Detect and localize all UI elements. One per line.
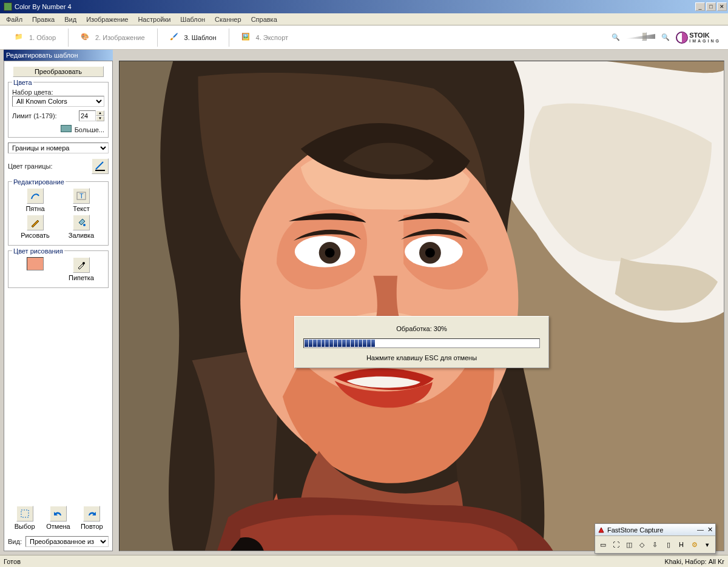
capture-fullscreen-icon[interactable]: ⛶ [611,540,621,549]
text-button[interactable]: T [73,188,90,204]
menu-help[interactable]: Справка [248,15,281,24]
progress-label: Обработка: 30% [396,325,447,332]
draw-color-group: Цвет рисования Пипетка [8,250,109,288]
tab-label: 3. Шаблон [184,34,217,41]
pipette-label: Пипетка [69,274,94,281]
redo-label: Повтор [81,523,103,530]
menu-view[interactable]: Вид [61,15,80,24]
step-tabs: 📁 1. Обзор 🎨 2. Изображение 🖌️ 3. Шаблон… [0,25,728,50]
fill-button[interactable] [73,215,90,230]
undo-button[interactable] [50,506,67,522]
tab-label: 2. Изображение [95,34,145,41]
capture-dropdown-icon[interactable]: ▾ [703,540,712,549]
capture-fixed-icon[interactable]: ▯ [664,540,673,549]
menu-settings[interactable]: Настройки [134,15,174,24]
border-color-button[interactable] [92,158,109,174]
limit-label: Лимит (1-179): [12,112,57,119]
status-right: Khaki, Набор: All Kr [664,558,724,565]
spin-down-icon[interactable]: ▼ [96,116,104,121]
draw-color-legend: Цвет рисования [12,247,64,255]
draw-button[interactable] [27,215,44,230]
spots-button[interactable] [27,188,44,204]
view-select[interactable]: Преобразованное из [25,536,109,547]
progress-hint: Нажмите клавишу ESC для отмены [366,354,477,361]
draw-label: Рисовать [21,232,50,239]
menu-file[interactable]: Файл [2,15,26,24]
transform-button[interactable]: Преобразовать [13,66,104,77]
select-button[interactable] [16,506,33,522]
redo-icon [86,509,97,518]
status-bar: Готов Khaki, Набор: All Kr [0,555,728,567]
capture-settings-icon[interactable]: ⚙ [690,540,699,549]
svg-point-4 [83,224,86,226]
editing-group: Редактирование Пятна T Текст Рисовать [8,181,109,246]
maximize-button[interactable]: □ [706,2,716,11]
pipette-button[interactable] [73,257,90,273]
faststone-window[interactable]: FastStone Capture — ✕ ▭ ⛶ ◫ ◇ ⇩ ▯ H ⚙ ▾ [595,523,716,554]
eyedropper-icon [76,260,86,270]
color-set-select[interactable]: All Known Colors [12,96,104,107]
menu-template[interactable]: Шаблон [177,15,209,24]
border-color-label: Цвет границы: [8,163,52,170]
palette-stack-icon [61,125,72,132]
canvas[interactable]: Обработка: 30% Нажмите клавишу ESC для о… [119,61,724,551]
more-colors-link[interactable]: Больше... [12,125,104,133]
svg-text:T: T [79,192,84,200]
svg-point-15 [425,248,435,258]
tab-template[interactable]: 🖌️ 3. Шаблон [158,25,229,49]
faststone-minimize-icon[interactable]: — [697,526,704,534]
logo-text: STOIK [689,32,721,39]
colors-legend: Цвета [12,79,33,86]
window-titlebar: Color By Number 4 _ □ ✕ [0,0,728,13]
tab-label: 1. Обзор [29,34,56,41]
app-icon [4,2,12,11]
svg-rect-6 [21,510,29,517]
tab-overview[interactable]: 📁 1. Обзор [2,25,68,49]
spin-up-icon[interactable]: ▲ [96,110,104,116]
logo-icon [676,32,688,44]
capture-freehand-icon[interactable]: ◇ [637,540,647,549]
brush-icon: 🖌️ [170,33,181,42]
zoom-slider[interactable] [626,34,655,41]
limit-input[interactable] [79,110,96,121]
line-color-icon [95,161,106,172]
capture-scroll-icon[interactable]: ⇩ [650,540,660,549]
progress-bar [303,338,540,348]
menu-edit[interactable]: Правка [29,15,58,24]
spots-icon [30,191,41,201]
folder-icon: 📁 [15,33,25,42]
status-left: Готов [4,558,21,565]
limit-spinner[interactable]: ▲▼ [79,110,104,121]
easel-icon: 🖼️ [241,33,252,42]
faststone-icon [598,526,605,534]
close-button[interactable]: ✕ [717,2,727,11]
capture-region-icon[interactable]: ◫ [624,540,634,549]
sidebar: Преобразовать Цвета Набор цвета: All Kno… [4,61,113,551]
tab-image[interactable]: 🎨 2. Изображение [69,25,157,49]
menu-scanner[interactable]: Сканнер [211,15,245,24]
borders-select[interactable]: Границы и номера [8,143,109,153]
spots-label: Пятна [25,205,44,212]
minimize-button[interactable]: _ [695,2,705,11]
palette-icon: 🎨 [81,33,92,42]
capture-output-icon[interactable]: H [676,540,686,549]
fill-label: Заливка [69,232,94,239]
current-color-swatch[interactable] [27,257,44,270]
faststone-title: FastStone Capture [607,526,663,534]
menu-image[interactable]: Изображение [83,15,132,24]
redo-button[interactable] [83,506,100,522]
text-icon: T [76,192,86,200]
tab-export[interactable]: 🖼️ 4. Экспорт [229,25,301,49]
capture-window-icon[interactable]: ▭ [598,540,608,549]
pencil-icon [30,218,40,227]
logo-sub: IMAGING [689,39,721,43]
faststone-close-icon[interactable]: ✕ [707,526,713,534]
bucket-icon [76,218,86,227]
undo-icon [53,509,64,518]
zoom-out-icon[interactable]: 🔍 [612,33,620,41]
zoom-in-icon[interactable]: 🔍 [661,33,670,41]
view-label: Вид: [8,538,22,545]
sidebar-title: Редактировать шаблон [4,50,113,61]
marquee-icon [20,509,30,518]
colors-group: Цвета Набор цвета: All Known Colors Лими… [8,82,109,138]
